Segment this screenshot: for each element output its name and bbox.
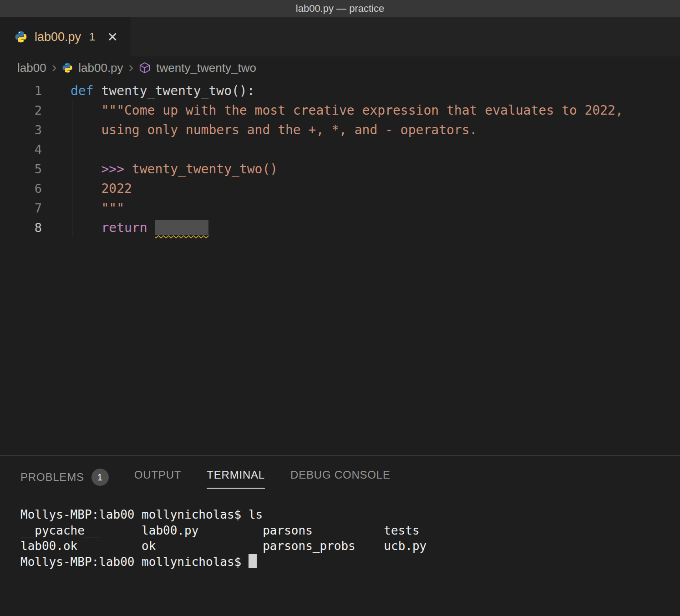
line-number: 8 xyxy=(0,218,42,237)
code-line[interactable]: 2 """Come up with the most creative expr… xyxy=(0,101,680,120)
code-line[interactable]: 8 return xyxy=(0,218,680,237)
symbol-cube-icon xyxy=(139,62,151,74)
vscode-window: lab00.py — practice lab00.py 1 ✕ lab00 › xyxy=(0,0,680,616)
code-segment: 2022 xyxy=(71,181,132,196)
line-number: 1 xyxy=(0,81,42,101)
breadcrumb-folder[interactable]: lab00 xyxy=(17,61,46,75)
panel-tab-label: DEBUG CONSOLE xyxy=(290,469,391,481)
chevron-right-icon: › xyxy=(129,60,134,74)
terminal-line: lab00.ok ok parsons_probs ucb.py xyxy=(20,538,680,554)
code-segment: twenty_twenty_two() xyxy=(124,162,278,177)
code-segment xyxy=(147,220,155,235)
panel-tab-problems[interactable]: PROBLEMS1 xyxy=(20,469,109,492)
panel-tab-output[interactable]: OUTPUT xyxy=(134,469,181,488)
code-line[interactable]: 5 >>> twenty_twenty_two() xyxy=(0,159,680,179)
python-icon xyxy=(15,30,27,43)
panel-tab-debug-console[interactable]: DEBUG CONSOLE xyxy=(290,469,391,488)
code-line[interactable]: 3 using only numbers and the +, *, and -… xyxy=(0,120,680,140)
title-bar: lab00.py — practice xyxy=(0,0,680,17)
problems-count-badge: 1 xyxy=(91,469,109,486)
code-text: def twenty_twenty_two(): xyxy=(71,81,255,101)
line-number: 4 xyxy=(0,140,42,159)
code-line[interactable]: 6 2022 xyxy=(0,179,680,198)
panel-tab-terminal[interactable]: TERMINAL xyxy=(207,469,265,489)
editor-lines: 1def twenty_twenty_two():2 """Come up wi… xyxy=(0,81,680,237)
code-line[interactable]: 1def twenty_twenty_two(): xyxy=(0,81,680,101)
code-text: 2022 xyxy=(71,179,132,198)
tab-lab00py[interactable]: lab00.py 1 ✕ xyxy=(0,17,131,56)
code-text: """Come up with the most creative expres… xyxy=(71,101,623,120)
code-editor[interactable]: 1def twenty_twenty_two():2 """Come up wi… xyxy=(0,79,680,455)
missing-expression-highlight xyxy=(155,220,208,235)
code-segment: twenty_twenty_two(): xyxy=(94,83,255,98)
code-segment: """ xyxy=(71,201,124,216)
terminal-output[interactable]: Mollys-MBP:lab00 mollynicholas$ ls__pyca… xyxy=(20,507,680,570)
code-text: return xyxy=(71,218,208,237)
code-segment xyxy=(71,162,101,177)
tab-title: lab00.py xyxy=(35,30,81,44)
code-line[interactable]: 4 xyxy=(0,140,680,159)
breadcrumb: lab00 › lab00.py › twenty_twenty_two xyxy=(0,56,680,79)
code-segment: using only numbers and the +, *, and - o… xyxy=(71,122,477,137)
terminal-line: Mollys-MBP:lab00 mollynicholas$ ls xyxy=(20,507,680,523)
panel-tab-label: PROBLEMS xyxy=(20,471,84,484)
code-text: """ xyxy=(71,198,124,218)
code-segment: def xyxy=(71,83,94,98)
panel-tab-bar: PROBLEMS1OUTPUTTERMINALDEBUG CONSOLE xyxy=(0,456,680,492)
panel-tab-label: TERMINAL xyxy=(207,469,265,481)
code-text: using only numbers and the +, *, and - o… xyxy=(71,120,477,140)
line-number: 6 xyxy=(0,179,42,198)
code-segment: >>> xyxy=(101,162,124,177)
panel-tab-label: OUTPUT xyxy=(134,469,181,481)
line-number: 2 xyxy=(0,101,42,120)
terminal-line: __pycache__ lab00.py parsons tests xyxy=(20,523,680,539)
tab-problem-count: 1 xyxy=(89,30,95,43)
code-segment: """Come up with the most creative expres… xyxy=(71,103,623,118)
line-number: 5 xyxy=(0,159,42,179)
terminal-line: Mollys-MBP:lab00 mollynicholas$ xyxy=(20,554,680,570)
window-title: lab00.py — practice xyxy=(296,3,384,15)
close-icon[interactable]: ✕ xyxy=(107,30,117,45)
code-segment xyxy=(71,220,101,235)
chevron-right-icon: › xyxy=(52,60,57,74)
breadcrumb-symbol[interactable]: twenty_twenty_two xyxy=(156,61,256,75)
breadcrumb-file[interactable]: lab00.py xyxy=(78,61,123,75)
tab-bar: lab00.py 1 ✕ xyxy=(0,17,680,56)
terminal-cursor xyxy=(249,554,257,568)
line-number: 3 xyxy=(0,120,42,140)
line-number: 7 xyxy=(0,198,42,218)
indent-guide xyxy=(72,101,72,237)
code-segment: return xyxy=(101,220,147,235)
bottom-panel: PROBLEMS1OUTPUTTERMINALDEBUG CONSOLE Mol… xyxy=(0,455,680,616)
code-line[interactable]: 7 """ xyxy=(0,198,680,218)
python-icon xyxy=(62,62,73,73)
code-text: >>> twenty_twenty_two() xyxy=(71,159,278,179)
